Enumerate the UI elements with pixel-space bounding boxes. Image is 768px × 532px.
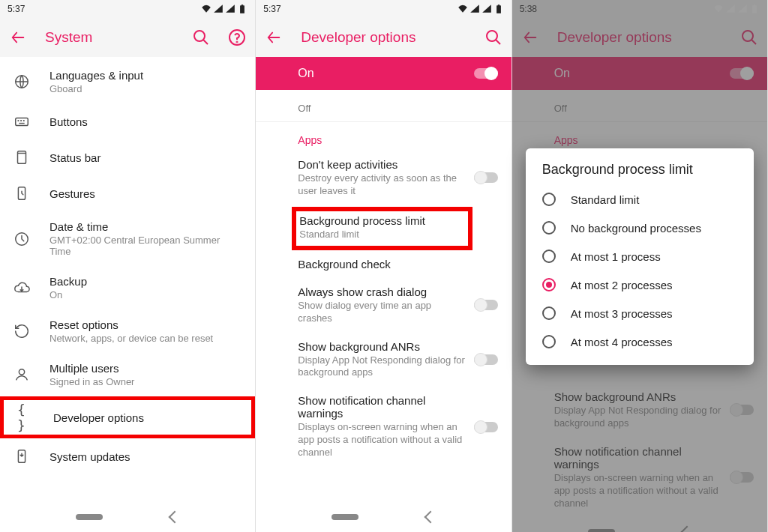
- dialog-option-at-most-3-processes[interactable]: At most 3 processes: [526, 299, 754, 327]
- nav-back[interactable]: [680, 526, 693, 532]
- opt-sub: Displays on-screen warning when an app p…: [298, 421, 466, 459]
- opt-title: Show background ANRs: [298, 340, 466, 353]
- battery-icon: [237, 4, 248, 14]
- nav-back[interactable]: [424, 511, 437, 524]
- signal-icon: [213, 4, 224, 14]
- option-don-t-keep-activities[interactable]: Don't keep activitiesDestroy every activ…: [256, 151, 511, 205]
- setting-row-developer-options[interactable]: { }Developer options: [0, 396, 255, 438]
- row-label: Gestures: [50, 187, 243, 200]
- toggle-switch: [730, 471, 754, 484]
- svg-rect-6: [16, 118, 28, 125]
- row-sub: Network, apps, or device can be reset: [50, 333, 243, 344]
- home-pill[interactable]: [588, 529, 615, 532]
- statusbar: 5:38: [512, 0, 767, 18]
- radio-icon: [542, 221, 556, 235]
- dialog-option-at-most-2-processes[interactable]: At most 2 processes: [526, 270, 754, 299]
- row-sub: On: [50, 289, 243, 300]
- row-icon: [14, 279, 30, 296]
- search-button[interactable]: [484, 28, 502, 46]
- row-label: Date & time: [50, 220, 243, 233]
- radio-icon: [542, 306, 556, 320]
- row-icon: [14, 185, 30, 202]
- opt-sub: Display App Not Responding dialog for ba…: [298, 354, 466, 380]
- row-label: Backup: [50, 275, 243, 288]
- nav-back[interactable]: [169, 511, 182, 524]
- master-toggle[interactable]: On: [256, 57, 511, 90]
- opt-title: Don't keep activities: [298, 158, 466, 171]
- opt-title: Show notification channel warnings: [298, 394, 466, 420]
- svg-rect-10: [19, 123, 24, 124]
- toggle-switch: [730, 403, 754, 417]
- row-label: Languages & input: [50, 69, 243, 82]
- phone-devopts: 5:37 Developer options On Profile GPU re…: [256, 0, 512, 532]
- search-button[interactable]: [192, 28, 210, 46]
- opt-title: Background process limit: [299, 214, 464, 227]
- opt-sub: Destroy every activity as soon as the us…: [298, 172, 466, 198]
- dialog-option-at-most-4-processes[interactable]: At most 4 processes: [526, 327, 754, 356]
- svg-rect-20: [754, 4, 755, 6]
- option-background-check[interactable]: Background check: [256, 250, 511, 278]
- setting-row-gestures[interactable]: Gestures: [0, 175, 255, 211]
- setting-row-status-bar[interactable]: Status bar: [0, 139, 255, 175]
- row-label: Buttons: [50, 115, 243, 128]
- signal-icon-2: [482, 4, 492, 14]
- dialog-option-label: At most 4 processes: [571, 336, 673, 348]
- dialog-option-standard-limit[interactable]: Standard limit: [526, 185, 754, 214]
- row-icon: [14, 366, 30, 383]
- option-show-notification-channel-warnings: Show notification channel warningsDispla…: [512, 438, 767, 518]
- row-label: Reset options: [50, 318, 243, 331]
- toggle-switch[interactable]: [474, 298, 498, 312]
- row-icon: [14, 149, 30, 166]
- row-label: Status bar: [50, 151, 243, 164]
- home-pill[interactable]: [332, 514, 358, 520]
- battery-icon: [494, 4, 504, 14]
- toggle-switch[interactable]: [474, 353, 498, 366]
- setting-row-reset-options[interactable]: Reset optionsNetwork, apps, or device ca…: [0, 309, 255, 353]
- toggle-switch[interactable]: [474, 67, 498, 80]
- navbar: [512, 517, 767, 532]
- setting-row-buttons[interactable]: Buttons: [0, 103, 255, 139]
- dialog-option-label: No background processes: [571, 222, 701, 235]
- search-button[interactable]: [740, 28, 758, 46]
- back-button[interactable]: [265, 28, 283, 46]
- svg-point-21: [742, 31, 753, 41]
- setting-row-system-updates[interactable]: System updates: [0, 438, 255, 474]
- toggle-switch[interactable]: [474, 171, 498, 184]
- option-background-process-limit[interactable]: Background process limitStandard limit: [292, 207, 472, 250]
- appbar: System: [0, 18, 255, 57]
- option-show-notification-channel-warnings[interactable]: Show notification channel warningsDispla…: [256, 387, 511, 467]
- row-icon: [14, 231, 30, 247]
- option-always-show-crash-dialog[interactable]: Always show crash dialogShow dialog ever…: [256, 278, 511, 333]
- opt-sub: Show dialog every time an app crashes: [298, 300, 466, 325]
- back-button[interactable]: [9, 28, 27, 46]
- row-label: Developer options: [53, 411, 239, 424]
- setting-row-backup[interactable]: BackupOn: [0, 266, 255, 309]
- svg-rect-9: [23, 120, 25, 121]
- signal-icon-2: [737, 4, 748, 14]
- help-button[interactable]: [228, 28, 246, 46]
- row-icon: [14, 323, 30, 339]
- dialog-title: Background process limit: [526, 162, 754, 185]
- page-title: System: [45, 29, 174, 46]
- toggle-switch[interactable]: [474, 420, 498, 434]
- battery-icon: [749, 4, 760, 14]
- section-apps: Apps: [256, 122, 511, 151]
- setting-row-languages-input[interactable]: Languages & inputGboard: [0, 60, 255, 103]
- row-icon: [14, 73, 30, 90]
- dialog-option-no-background-processes[interactable]: No background processes: [526, 214, 754, 242]
- opt-sub: Standard limit: [299, 229, 464, 240]
- dialog-option-at-most-1-process[interactable]: At most 1 process: [526, 242, 754, 270]
- clock: 5:38: [520, 4, 537, 14]
- setting-row-multiple-users[interactable]: Multiple usersSigned in as Owner: [0, 353, 255, 396]
- dialog-option-label: At most 3 processes: [571, 307, 673, 320]
- partial-prev-option: Profile GPU rendering Off: [256, 90, 511, 122]
- page-title: Developer options: [301, 29, 466, 46]
- radio-icon: [542, 193, 556, 206]
- back-button[interactable]: [521, 28, 539, 46]
- svg-rect-1: [242, 4, 243, 6]
- svg-rect-0: [240, 5, 244, 13]
- home-pill[interactable]: [76, 514, 103, 520]
- svg-point-4: [237, 42, 238, 43]
- option-show-background-anrs[interactable]: Show background ANRsDisplay App Not Resp…: [256, 333, 511, 387]
- setting-row-date-time[interactable]: Date & timeGMT+02:00 Central European Su…: [0, 211, 255, 266]
